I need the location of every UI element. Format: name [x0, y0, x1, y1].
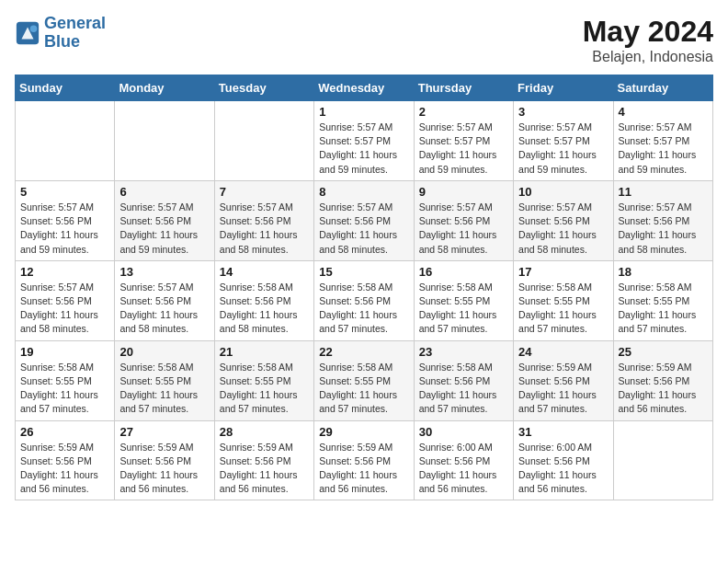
weekday-header: Wednesday	[314, 75, 414, 101]
calendar-cell: 15Sunrise: 5:58 AM Sunset: 5:56 PM Dayli…	[314, 260, 414, 340]
day-info: Sunrise: 5:59 AM Sunset: 5:56 PM Dayligh…	[518, 361, 608, 417]
calendar-cell: 21Sunrise: 5:58 AM Sunset: 5:55 PM Dayli…	[214, 340, 313, 420]
calendar-cell: 20Sunrise: 5:58 AM Sunset: 5:55 PM Dayli…	[115, 340, 214, 420]
day-number: 10	[518, 185, 608, 199]
day-info: Sunrise: 5:57 AM Sunset: 5:56 PM Dayligh…	[119, 281, 209, 337]
weekday-header: Sunday	[16, 75, 115, 101]
day-info: Sunrise: 5:59 AM Sunset: 5:56 PM Dayligh…	[619, 361, 708, 417]
day-info: Sunrise: 5:58 AM Sunset: 5:55 PM Dayligh…	[119, 361, 209, 417]
calendar-cell: 11Sunrise: 5:57 AM Sunset: 5:56 PM Dayli…	[613, 180, 712, 260]
calendar-cell: 6Sunrise: 5:57 AM Sunset: 5:56 PM Daylig…	[115, 180, 214, 260]
weekday-header: Tuesday	[214, 75, 313, 101]
day-info: Sunrise: 5:58 AM Sunset: 5:56 PM Dayligh…	[319, 281, 408, 337]
day-number: 28	[220, 425, 309, 439]
calendar-cell: 19Sunrise: 5:58 AM Sunset: 5:55 PM Dayli…	[16, 340, 115, 420]
calendar-cell: 28Sunrise: 5:59 AM Sunset: 5:56 PM Dayli…	[214, 420, 313, 500]
day-info: Sunrise: 5:57 AM Sunset: 5:56 PM Dayligh…	[619, 201, 708, 257]
day-number: 18	[619, 265, 708, 279]
day-info: Sunrise: 5:58 AM Sunset: 5:55 PM Dayligh…	[619, 281, 708, 337]
day-number: 11	[619, 185, 708, 199]
day-info: Sunrise: 5:59 AM Sunset: 5:56 PM Dayligh…	[20, 441, 109, 497]
day-number: 16	[419, 265, 508, 279]
month-title: May 2024	[583, 15, 713, 49]
calendar-header-row: SundayMondayTuesdayWednesdayThursdayFrid…	[16, 75, 713, 101]
calendar-cell: 24Sunrise: 5:59 AM Sunset: 5:56 PM Dayli…	[514, 340, 613, 420]
day-number: 13	[119, 265, 209, 279]
day-info: Sunrise: 6:00 AM Sunset: 5:56 PM Dayligh…	[518, 441, 608, 497]
page-header: General Blue May 2024 Belajen, Indonesia	[15, 15, 713, 65]
calendar-cell: 22Sunrise: 5:58 AM Sunset: 5:55 PM Dayli…	[314, 340, 414, 420]
day-number: 9	[419, 185, 508, 199]
calendar-cell: 23Sunrise: 5:58 AM Sunset: 5:56 PM Dayli…	[414, 340, 513, 420]
calendar-table: SundayMondayTuesdayWednesdayThursdayFrid…	[15, 75, 713, 500]
day-number: 1	[319, 105, 408, 119]
logo: General Blue	[15, 15, 106, 52]
day-number: 15	[319, 265, 408, 279]
calendar-cell: 10Sunrise: 5:57 AM Sunset: 5:56 PM Dayli…	[514, 180, 613, 260]
day-number: 3	[518, 105, 608, 119]
day-info: Sunrise: 5:57 AM Sunset: 5:56 PM Dayligh…	[20, 281, 109, 337]
calendar-week-row: 19Sunrise: 5:58 AM Sunset: 5:55 PM Dayli…	[16, 340, 713, 420]
day-info: Sunrise: 5:58 AM Sunset: 5:56 PM Dayligh…	[220, 281, 309, 337]
calendar-week-row: 12Sunrise: 5:57 AM Sunset: 5:56 PM Dayli…	[16, 260, 713, 340]
day-number: 12	[20, 265, 109, 279]
day-info: Sunrise: 5:57 AM Sunset: 5:56 PM Dayligh…	[419, 201, 508, 257]
calendar-cell: 29Sunrise: 5:59 AM Sunset: 5:56 PM Dayli…	[314, 420, 414, 500]
calendar-cell: 14Sunrise: 5:58 AM Sunset: 5:56 PM Dayli…	[214, 260, 313, 340]
day-info: Sunrise: 5:57 AM Sunset: 5:56 PM Dayligh…	[119, 201, 209, 257]
day-number: 22	[319, 345, 408, 359]
calendar-cell	[214, 101, 313, 181]
logo-icon	[15, 20, 40, 46]
calendar-cell: 27Sunrise: 5:59 AM Sunset: 5:56 PM Dayli…	[115, 420, 214, 500]
calendar-cell: 8Sunrise: 5:57 AM Sunset: 5:56 PM Daylig…	[314, 180, 414, 260]
calendar-cell: 13Sunrise: 5:57 AM Sunset: 5:56 PM Dayli…	[115, 260, 214, 340]
day-number: 4	[619, 105, 708, 119]
weekday-header: Friday	[514, 75, 613, 101]
day-number: 7	[220, 185, 309, 199]
calendar-cell: 2Sunrise: 5:57 AM Sunset: 5:57 PM Daylig…	[414, 101, 513, 181]
calendar-cell: 16Sunrise: 5:58 AM Sunset: 5:55 PM Dayli…	[414, 260, 513, 340]
calendar-cell: 4Sunrise: 5:57 AM Sunset: 5:57 PM Daylig…	[613, 101, 712, 181]
day-info: Sunrise: 5:57 AM Sunset: 5:57 PM Dayligh…	[419, 121, 508, 177]
calendar-cell	[613, 420, 712, 500]
weekday-header: Saturday	[613, 75, 712, 101]
day-info: Sunrise: 5:57 AM Sunset: 5:57 PM Dayligh…	[619, 121, 708, 177]
day-info: Sunrise: 5:57 AM Sunset: 5:56 PM Dayligh…	[518, 201, 608, 257]
day-number: 26	[20, 425, 109, 439]
day-number: 27	[119, 425, 209, 439]
day-info: Sunrise: 5:58 AM Sunset: 5:56 PM Dayligh…	[419, 361, 508, 417]
calendar-cell: 12Sunrise: 5:57 AM Sunset: 5:56 PM Dayli…	[16, 260, 115, 340]
day-number: 19	[20, 345, 109, 359]
day-info: Sunrise: 5:59 AM Sunset: 5:56 PM Dayligh…	[220, 441, 309, 497]
day-info: Sunrise: 5:57 AM Sunset: 5:57 PM Dayligh…	[518, 121, 608, 177]
day-number: 29	[319, 425, 408, 439]
day-info: Sunrise: 5:58 AM Sunset: 5:55 PM Dayligh…	[20, 361, 109, 417]
svg-point-2	[30, 25, 37, 31]
day-info: Sunrise: 5:58 AM Sunset: 5:55 PM Dayligh…	[419, 281, 508, 337]
calendar-week-row: 26Sunrise: 5:59 AM Sunset: 5:56 PM Dayli…	[16, 420, 713, 500]
title-block: May 2024 Belajen, Indonesia	[583, 15, 713, 65]
location-subtitle: Belajen, Indonesia	[583, 49, 713, 65]
calendar-cell	[115, 101, 214, 181]
calendar-cell: 7Sunrise: 5:57 AM Sunset: 5:56 PM Daylig…	[214, 180, 313, 260]
day-info: Sunrise: 5:58 AM Sunset: 5:55 PM Dayligh…	[220, 361, 309, 417]
calendar-cell	[16, 101, 115, 181]
calendar-cell: 26Sunrise: 5:59 AM Sunset: 5:56 PM Dayli…	[16, 420, 115, 500]
day-info: Sunrise: 5:57 AM Sunset: 5:57 PM Dayligh…	[319, 121, 408, 177]
calendar-cell: 5Sunrise: 5:57 AM Sunset: 5:56 PM Daylig…	[16, 180, 115, 260]
day-number: 21	[220, 345, 309, 359]
calendar-week-row: 1Sunrise: 5:57 AM Sunset: 5:57 PM Daylig…	[16, 101, 713, 181]
day-number: 25	[619, 345, 708, 359]
day-number: 20	[119, 345, 209, 359]
logo-line2: Blue	[44, 32, 80, 51]
calendar-week-row: 5Sunrise: 5:57 AM Sunset: 5:56 PM Daylig…	[16, 180, 713, 260]
day-info: Sunrise: 5:59 AM Sunset: 5:56 PM Dayligh…	[319, 441, 408, 497]
calendar-cell: 31Sunrise: 6:00 AM Sunset: 5:56 PM Dayli…	[514, 420, 613, 500]
logo-line1: General	[44, 14, 106, 32]
day-number: 6	[119, 185, 209, 199]
calendar-cell: 18Sunrise: 5:58 AM Sunset: 5:55 PM Dayli…	[613, 260, 712, 340]
calendar-cell: 17Sunrise: 5:58 AM Sunset: 5:55 PM Dayli…	[514, 260, 613, 340]
day-info: Sunrise: 5:58 AM Sunset: 5:55 PM Dayligh…	[518, 281, 608, 337]
weekday-header: Thursday	[414, 75, 513, 101]
calendar-cell: 3Sunrise: 5:57 AM Sunset: 5:57 PM Daylig…	[514, 101, 613, 181]
